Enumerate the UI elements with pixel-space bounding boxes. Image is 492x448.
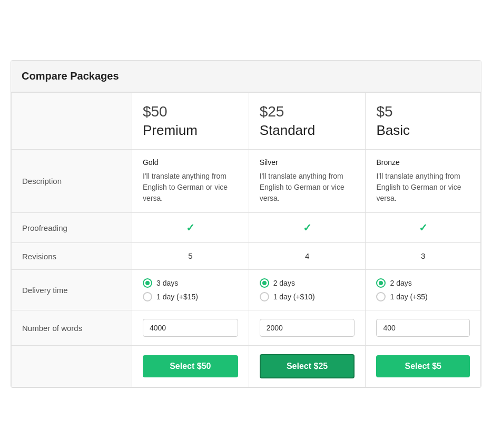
standard-select-button[interactable]: Select $25	[260, 354, 355, 378]
compare-table: $50 Premium $25 Standard $5 Basic Descri…	[11, 92, 481, 387]
proofreading-row: Proofreading ✓ ✓ ✓	[12, 213, 481, 243]
standard-radio-express-unselected[interactable]	[260, 292, 269, 301]
basic-delivery-standard[interactable]: 2 days	[376, 278, 470, 288]
select-buttons-row: Select $50 Select $25 Select $5	[12, 346, 481, 387]
packages-header-row: $50 Premium $25 Standard $5 Basic	[12, 93, 481, 150]
standard-delivery-cell: 2 days 1 day (+$10)	[249, 270, 366, 310]
standard-words-input[interactable]	[260, 319, 355, 337]
premium-revisions-cell: 5	[132, 243, 249, 270]
basic-radio-express-unselected[interactable]	[376, 292, 386, 301]
standard-tier: Silver	[260, 158, 355, 167]
premium-description-cell: Gold I'll translate anything from Englis…	[132, 150, 249, 213]
premium-words-input[interactable]	[143, 319, 238, 337]
basic-description-cell: Bronze I'll translate anything from Engl…	[366, 150, 481, 213]
standard-delivery-standard-label: 2 days	[273, 279, 295, 287]
standard-description-cell: Silver I'll translate anything from Engl…	[249, 150, 366, 213]
delivery-time-row: Delivery time 3 days 1 day (+$15) 2 days	[12, 270, 481, 310]
basic-radio-standard-selected[interactable]	[376, 278, 386, 288]
words-label: Number of words	[12, 310, 132, 346]
compare-title: Compare Packages	[22, 70, 470, 82]
basic-select-button[interactable]: Select $5	[376, 355, 470, 377]
premium-delivery-express-label: 1 day (+$15)	[156, 293, 198, 301]
basic-delivery-express-label: 1 day (+$5)	[390, 293, 427, 301]
premium-delivery-standard[interactable]: 3 days	[143, 278, 238, 288]
premium-check-icon: ✓	[186, 222, 195, 233]
basic-check-icon: ✓	[419, 222, 428, 233]
premium-delivery-express[interactable]: 1 day (+$15)	[143, 292, 238, 301]
premium-price: $50	[143, 103, 238, 120]
standard-words-cell	[249, 310, 366, 346]
proofreading-label: Proofreading	[12, 213, 132, 243]
premium-revisions-count: 5	[188, 251, 192, 260]
compare-packages-container: Compare Packages $50 Premium $25 Standar…	[11, 60, 481, 388]
basic-tier: Bronze	[376, 158, 470, 167]
standard-proofreading-cell: ✓	[249, 213, 366, 243]
standard-price: $25	[260, 103, 355, 120]
standard-desc-text: I'll translate anything from English to …	[260, 171, 355, 204]
select-empty-cell	[12, 346, 132, 387]
basic-select-cell: Select $5	[366, 346, 481, 387]
basic-proofreading-cell: ✓	[366, 213, 481, 243]
standard-delivery-express-label: 1 day (+$10)	[273, 293, 315, 301]
premium-radio-express-unselected[interactable]	[143, 292, 152, 301]
standard-revisions-cell: 4	[249, 243, 366, 270]
premium-select-cell: Select $50	[132, 346, 249, 387]
standard-radio-standard-selected[interactable]	[260, 278, 269, 288]
standard-header-cell: $25 Standard	[249, 93, 366, 150]
standard-check-icon: ✓	[303, 222, 312, 233]
compare-header: Compare Packages	[11, 61, 481, 92]
basic-revisions-cell: 3	[366, 243, 481, 270]
basic-words-input[interactable]	[376, 319, 470, 337]
standard-delivery-express[interactable]: 1 day (+$10)	[260, 292, 355, 301]
revisions-label: Revisions	[12, 243, 132, 270]
standard-delivery-standard[interactable]: 2 days	[260, 278, 355, 288]
words-row: Number of words	[12, 310, 481, 346]
premium-name: Premium	[143, 122, 238, 139]
empty-header-cell	[12, 93, 132, 150]
basic-price: $5	[376, 103, 470, 120]
standard-select-cell: Select $25	[249, 346, 366, 387]
standard-name: Standard	[260, 122, 355, 139]
premium-radio-standard-selected[interactable]	[143, 278, 152, 288]
premium-desc-text: I'll translate anything from English to …	[143, 171, 238, 204]
delivery-time-label: Delivery time	[12, 270, 132, 310]
standard-revisions-count: 4	[305, 251, 309, 260]
basic-desc-text: I'll translate anything from English to …	[376, 171, 470, 204]
premium-words-cell	[132, 310, 249, 346]
basic-name: Basic	[376, 122, 470, 139]
premium-delivery-cell: 3 days 1 day (+$15)	[132, 270, 249, 310]
basic-revisions-count: 3	[421, 251, 425, 260]
premium-header-cell: $50 Premium	[132, 93, 249, 150]
description-label: Description	[12, 150, 132, 213]
description-row: Description Gold I'll translate anything…	[12, 150, 481, 213]
basic-delivery-cell: 2 days 1 day (+$5)	[366, 270, 481, 310]
revisions-row: Revisions 5 4 3	[12, 243, 481, 270]
basic-words-cell	[366, 310, 481, 346]
premium-select-button[interactable]: Select $50	[143, 355, 238, 377]
premium-delivery-standard-label: 3 days	[156, 279, 178, 287]
basic-delivery-express[interactable]: 1 day (+$5)	[376, 292, 470, 301]
premium-proofreading-cell: ✓	[132, 213, 249, 243]
premium-tier: Gold	[143, 158, 238, 167]
basic-delivery-standard-label: 2 days	[390, 279, 411, 287]
basic-header-cell: $5 Basic	[366, 93, 481, 150]
